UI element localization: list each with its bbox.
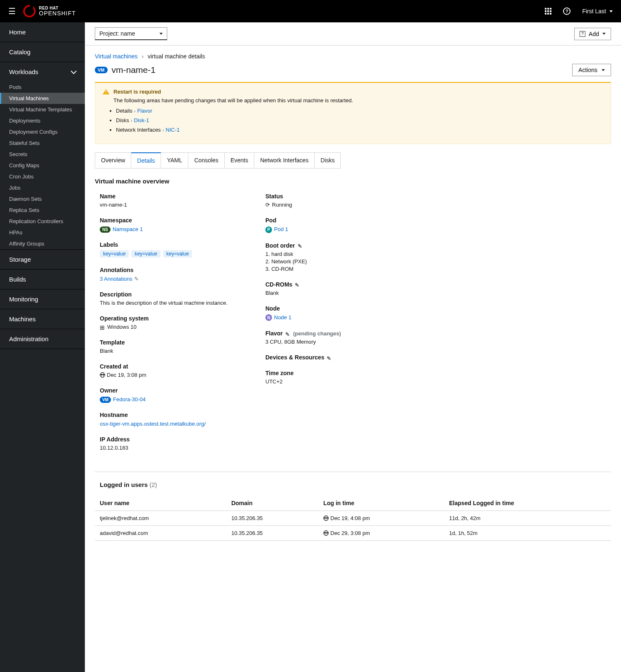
sidebar-item-builds[interactable]: Builds <box>0 270 85 289</box>
pencil-icon[interactable] <box>327 355 332 360</box>
add-button[interactable]: ? Add <box>574 28 611 40</box>
boot-order-label: Boot order <box>265 242 295 249</box>
flavor-pending: (pending changes) <box>293 330 341 337</box>
pencil-icon[interactable] <box>134 275 140 281</box>
owner-link[interactable]: Fedora-30-04 <box>113 396 146 402</box>
sidebar-item-virtual-machines[interactable]: Virtual Machines <box>0 93 85 104</box>
table-row: tjelinek@redhat.com10.35.206.35Dec 19, 4… <box>95 511 611 526</box>
globe-icon <box>323 530 329 536</box>
alert-item-link[interactable]: Disk-1 <box>134 117 149 123</box>
created-label: Created at <box>100 363 249 370</box>
sidebar-item-catalog[interactable]: Catalog <box>0 42 85 62</box>
user-cell: tjelinek@redhat.com <box>95 511 226 526</box>
alert-body: The following areas have pending changes… <box>103 97 603 104</box>
sidebar-item-administration[interactable]: Administration <box>0 329 85 349</box>
elapsed-cell: 11d, 2h, 42m <box>444 511 611 526</box>
actions-button[interactable]: Actions <box>572 64 611 76</box>
caret-down-icon <box>602 33 606 35</box>
sidebar-item-hpas[interactable]: HPAs <box>0 227 85 238</box>
label-chip[interactable]: key=value <box>100 250 129 258</box>
ip-value: 10.12.0.183 <box>100 445 249 451</box>
sidebar-item-config-maps[interactable]: Config Maps <box>0 160 85 171</box>
globe-icon <box>323 515 329 521</box>
pod-link[interactable]: Pod 1 <box>274 226 288 232</box>
details-left-column: Name vm-name-1 Namespace NSNamspace 1 La… <box>100 193 249 460</box>
username-label: First Last <box>582 8 606 14</box>
node-link[interactable]: Node 1 <box>274 314 291 320</box>
annotations-link[interactable]: 3 Annotations <box>100 276 132 282</box>
tab-disks[interactable]: Disks <box>315 153 340 168</box>
labels-label: Labels <box>100 241 249 248</box>
sidebar-item-deployment-configs[interactable]: Deployment Configs <box>0 126 85 137</box>
sidebar-item-vm-templates[interactable]: Virtual Machine Templates <box>0 104 85 115</box>
project-selector[interactable]: Project: name <box>95 27 167 40</box>
timezone-label: Time zone <box>265 370 414 376</box>
sidebar-item-replication-controllers[interactable]: Replication Controllers <box>0 216 85 227</box>
namespace-link[interactable]: Namspace 1 <box>113 226 143 232</box>
alert-item: Disks›Disk-1 <box>116 117 603 123</box>
pencil-icon[interactable] <box>295 282 300 287</box>
sidebar-item-deployments[interactable]: Deployments <box>0 115 85 126</box>
label-chip[interactable]: key=value <box>131 250 160 258</box>
name-value: vm-name-1 <box>100 202 249 208</box>
table-header: Elapsed Logged in time <box>444 496 611 511</box>
description-value: This is the description of the virtual m… <box>100 300 249 306</box>
tab-yaml[interactable]: YAML <box>161 153 188 168</box>
project-label: Project: name <box>99 30 135 37</box>
node-label: Node <box>265 305 414 312</box>
help-icon[interactable]: ? <box>563 7 570 15</box>
alert-item-link[interactable]: Flavor <box>137 108 152 114</box>
topbar: ☰ RED HAT OPENSHIFT ? First Last <box>0 0 621 22</box>
alert-title: Restart is required <box>113 89 161 95</box>
brand-logo[interactable]: RED HAT OPENSHIFT <box>23 5 76 17</box>
sidebar-item-machines[interactable]: Machines <box>0 309 85 329</box>
sidebar-item-replica-sets[interactable]: Replica Sets <box>0 205 85 216</box>
warning-icon <box>103 89 109 94</box>
apps-grid-icon[interactable] <box>545 8 551 14</box>
sidebar-item-home[interactable]: Home <box>0 22 85 42</box>
boot-item: 3. CD-ROM <box>265 266 414 272</box>
label-chip[interactable]: key=value <box>163 250 192 258</box>
toolbar: Project: name ? Add <box>85 22 621 46</box>
annotations-label: Annotations <box>100 267 249 273</box>
vm-badge: VM <box>100 397 111 403</box>
tab-events[interactable]: Events <box>225 153 255 168</box>
hamburger-icon[interactable]: ☰ <box>8 6 16 16</box>
sidebar-item-monitoring[interactable]: Monitoring <box>0 289 85 309</box>
sidebar-item-pods[interactable]: Pods <box>0 82 85 93</box>
sidebar-item-storage[interactable]: Storage <box>0 250 85 270</box>
sidebar-item-cron-jobs[interactable]: Cron Jobs <box>0 171 85 182</box>
pencil-icon[interactable] <box>285 331 291 336</box>
sidebar-item-stateful-sets[interactable]: Stateful Sets <box>0 137 85 149</box>
breadcrumb-parent[interactable]: Virtual machines <box>95 53 137 60</box>
domain-cell: 10.35.206.35 <box>226 526 318 541</box>
devices-label: Devices & Resources <box>265 354 324 361</box>
hostname-link[interactable]: osx-tiger-vm.apps.ostest.test.metalkube.… <box>100 421 206 427</box>
sidebar-item-affinity-groups[interactable]: Affinity Groups <box>0 238 85 249</box>
boot-item: 2. Network (PXE) <box>265 258 414 265</box>
tab-overview[interactable]: Overview <box>95 153 131 168</box>
globe-icon <box>100 372 105 378</box>
os-label: Operating system <box>100 315 249 322</box>
alert-item: Network Interfaces›NIC-1 <box>116 127 603 133</box>
sidebar-item-daemon-sets[interactable]: Daemon Sets <box>0 193 85 205</box>
tab-network-interfaces[interactable]: Network Interfaces <box>254 153 315 168</box>
elapsed-cell: 1d, 1h, 52m <box>444 526 611 541</box>
tab-details[interactable]: Details <box>131 152 161 168</box>
sidebar-item-secrets[interactable]: Secrets <box>0 149 85 160</box>
sidebar-item-workloads[interactable]: Workloads <box>0 62 85 82</box>
tab-consoles[interactable]: Consoles <box>188 153 224 168</box>
pencil-icon[interactable] <box>298 243 303 248</box>
alert-item-link[interactable]: NIC-1 <box>166 127 180 133</box>
user-menu[interactable]: First Last <box>582 8 613 14</box>
tab-bar: OverviewDetailsYAMLConsolesEventsNetwork… <box>95 152 341 169</box>
caret-down-icon <box>609 10 613 12</box>
add-label: Add <box>589 31 599 37</box>
details-right-column: Status ⟳Running Pod PPod 1 Boot order 1.… <box>265 193 414 460</box>
pod-label: Pod <box>265 217 414 224</box>
description-label: Description <box>100 291 249 298</box>
namespace-label: Namespace <box>100 217 249 224</box>
status-value: Running <box>272 202 292 208</box>
table-header: Log in time <box>318 496 444 511</box>
sidebar-item-jobs[interactable]: Jobs <box>0 182 85 193</box>
